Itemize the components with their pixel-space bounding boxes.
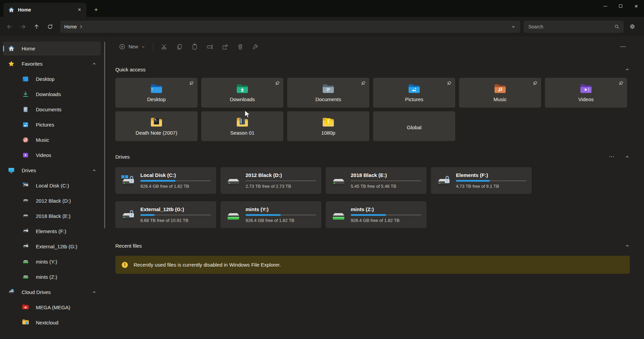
drive-tile-local-disk-c[interactable]: Local Disk (C:) 926.4 GB free of 1.82 TB xyxy=(115,167,216,194)
arrow-left-icon xyxy=(6,23,13,30)
sidebar-item-drives[interactable]: Drives xyxy=(3,163,101,177)
drive-green-icon xyxy=(330,208,346,222)
sidebar-item-desktop[interactable]: Desktop xyxy=(3,72,101,86)
sidebar-item-mints-z[interactable]: mints (Z:) xyxy=(3,270,101,284)
search-icon xyxy=(614,24,620,29)
drives-collapse-button[interactable] xyxy=(625,154,630,159)
sidebar-item-local-disk-c[interactable]: Local Disk (C:) xyxy=(3,179,101,193)
quick-access-header: Quick access xyxy=(115,65,630,73)
chevron-up-icon xyxy=(625,243,630,248)
quick-access-tile-desktop[interactable]: Desktop xyxy=(115,78,198,108)
see-more-button[interactable] xyxy=(616,41,630,53)
sidebar-item-nextcloud[interactable]: Nextcloud xyxy=(3,316,101,330)
maximize-button[interactable] xyxy=(613,0,628,12)
quick-access-tile-season-01[interactable]: Season 01 xyxy=(201,111,283,141)
sidebar-item-label: Favorites xyxy=(22,61,43,67)
drive-tile-external-12tb-g[interactable]: External_12tb (G:) 8.68 TB free of 10.91… xyxy=(115,201,216,228)
chevron-up-icon[interactable] xyxy=(92,290,97,295)
close-button[interactable]: × xyxy=(628,0,644,12)
sidebar-item-label: Drives xyxy=(22,167,36,173)
tab-close-icon[interactable]: × xyxy=(75,6,84,14)
tile-label: Videos xyxy=(578,96,594,102)
drive-tile-mints-y[interactable]: mints (Y:) 926.4 GB free of 1.82 TB xyxy=(221,201,321,228)
sidebar-item-pictures[interactable]: Pictures xyxy=(3,118,101,132)
sidebar-item-label: Downloads xyxy=(36,91,61,97)
drive-icon xyxy=(225,174,241,187)
paste-button[interactable] xyxy=(188,41,202,53)
sidebar-item-cloud-drives[interactable]: Cloud Drives xyxy=(3,285,101,299)
settings-button[interactable] xyxy=(625,21,639,33)
quick-access-tile-videos[interactable]: Videos xyxy=(545,78,627,108)
sidebar-item-external-12tb-g[interactable]: External_12tb (G:) xyxy=(3,240,101,253)
rename-button[interactable] xyxy=(203,41,217,53)
forward-button[interactable] xyxy=(16,21,30,33)
drives-more-button[interactable] xyxy=(608,154,615,160)
quick-access-tile-pictures[interactable]: Pictures xyxy=(373,78,455,108)
sidebar-item-label: 2012 Black (D:) xyxy=(36,198,71,204)
sidebar-item-favorites[interactable]: Favorites xyxy=(3,57,101,71)
share-button[interactable] xyxy=(218,41,232,53)
toolbar-separator xyxy=(153,42,153,51)
sidebar-item-music[interactable]: Music xyxy=(3,133,101,147)
tab-home[interactable]: Home × xyxy=(3,3,87,17)
recent-files-title: Recent files xyxy=(115,243,142,249)
recent-collapse-button[interactable] xyxy=(625,243,630,248)
back-button[interactable] xyxy=(3,21,16,33)
new-button[interactable]: New xyxy=(115,41,149,53)
chevron-up-icon[interactable] xyxy=(92,61,97,66)
breadcrumb[interactable]: Home xyxy=(64,24,77,29)
sidebar-scrollbar[interactable] xyxy=(104,42,105,228)
content-pane: New Quick access Desktop xyxy=(106,36,644,339)
documents-icon xyxy=(22,106,29,113)
minimize-button[interactable] xyxy=(597,0,613,12)
recent-disabled-message: Recently used files is currently disable… xyxy=(134,262,281,268)
folder-content-icon xyxy=(322,117,335,128)
command-toolbar: New xyxy=(115,36,630,57)
address-bar[interactable]: Home xyxy=(60,21,520,33)
sidebar-item-videos[interactable]: Videos xyxy=(3,148,101,162)
up-button[interactable] xyxy=(30,21,43,33)
new-tab-button[interactable]: + xyxy=(91,5,101,15)
drive-name: External_12tb (G:) xyxy=(140,206,211,212)
quick-access-tile-1080p[interactable]: 1080p xyxy=(287,111,369,141)
sidebar-item-elements-f[interactable]: Elements (F:) xyxy=(3,224,101,238)
tools-button[interactable] xyxy=(249,41,262,53)
folder-pictures-icon xyxy=(408,84,420,94)
music-icon xyxy=(22,136,29,143)
cut-icon xyxy=(161,43,168,50)
drive-icon xyxy=(330,174,346,187)
drive-free-space: 8.68 TB free of 10.91 TB xyxy=(140,218,211,223)
drive-usage-bar xyxy=(456,180,526,182)
ellipsis-icon xyxy=(620,43,626,50)
drive-usage-bar xyxy=(140,214,211,216)
sidebar-item-2018-black-e[interactable]: 2018 Black (E:) xyxy=(3,209,101,223)
drive-tile-2012-black-d[interactable]: 2012 Black (D:) 2.73 TB free of 2.73 TB xyxy=(221,167,321,194)
recent-files-header: Recent files xyxy=(115,242,630,250)
sidebar-item-2012-black-d[interactable]: 2012 Black (D:) xyxy=(3,194,101,208)
quick-access-tile-global[interactable]: Global xyxy=(373,111,455,141)
quick-access-tile-downloads[interactable]: Downloads xyxy=(201,78,283,108)
sidebar-item-downloads[interactable]: Downloads xyxy=(3,87,101,101)
search-input[interactable] xyxy=(528,24,611,30)
quick-access-tile-music[interactable]: Music xyxy=(459,78,541,108)
chevron-up-icon[interactable] xyxy=(92,168,97,173)
drive-tile-elements-f[interactable]: Elements (F:) 4.73 TB free of 9.1 TB xyxy=(431,167,532,194)
sidebar-item-home[interactable]: Home xyxy=(3,42,101,55)
quick-access-collapse-button[interactable] xyxy=(625,67,630,72)
sidebar-item-mega-mega[interactable]: MEGA (MEGA) xyxy=(3,300,101,314)
cut-button[interactable] xyxy=(157,41,171,53)
drive-tile-2018-black-e[interactable]: 2018 Black (E:) 5.45 TB free of 5.46 TB xyxy=(326,167,427,194)
drive-green-icon xyxy=(225,208,241,222)
sidebar-item-mints-y[interactable]: mints (Y:) xyxy=(3,255,101,269)
quick-access-tile-death-note-2007[interactable]: Death Note (2007) xyxy=(115,111,198,141)
drive-tile-mints-z[interactable]: mints (Z:) 926.4 GB free of 1.82 TB xyxy=(326,201,427,228)
sidebar-item-documents[interactable]: Documents xyxy=(3,103,101,116)
copy-button[interactable] xyxy=(172,41,186,53)
delete-button[interactable] xyxy=(233,41,247,53)
folder-documents-icon xyxy=(322,84,335,94)
refresh-button[interactable] xyxy=(43,21,57,33)
tab-title: Home xyxy=(18,7,72,13)
address-dropdown-button[interactable] xyxy=(511,24,516,29)
quick-access-tile-documents[interactable]: Documents xyxy=(287,78,369,108)
navigation-bar: Home xyxy=(0,17,644,36)
